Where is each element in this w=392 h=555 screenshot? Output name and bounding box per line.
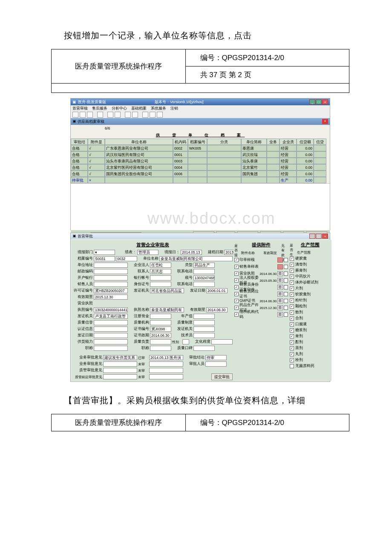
scope-checkbox[interactable] [290, 280, 294, 285]
menu-item[interactable]: 注销 [170, 106, 178, 111]
sex-input[interactable] [182, 339, 189, 344]
tool-button[interactable] [125, 112, 131, 118]
id-input[interactable] [150, 282, 171, 287]
scope-checkbox[interactable] [290, 340, 294, 344]
provided-checkbox[interactable] [234, 306, 239, 310]
close-button[interactable]: × [322, 234, 328, 239]
biz-org[interactable]: 卢龙县工商行政管理局 [94, 314, 128, 319]
scope-checkbox[interactable] [290, 298, 294, 303]
scope-checkbox[interactable] [290, 269, 294, 273]
grid-cell[interactable]: 经营 [280, 158, 297, 164]
grid-cell[interactable]: 经营 [280, 171, 297, 177]
lic-org[interactable]: 河北省食品药品监督管理局 [150, 288, 184, 293]
reviewer-input[interactable] [205, 361, 227, 367]
grid-cell[interactable] [207, 158, 241, 164]
no-expiry-checkbox[interactable] [284, 312, 288, 317]
lic-date[interactable]: 2006.01.01 [206, 288, 228, 293]
scope-checkbox[interactable] [290, 364, 294, 368]
scope-checkbox[interactable] [290, 257, 294, 261]
grid-cell[interactable] [207, 177, 241, 183]
no-expiry-checkbox[interactable] [284, 258, 288, 262]
cert-date[interactable] [94, 333, 128, 338]
grid-cell[interactable]: 北京紫竹医药经营有限公司 [105, 164, 173, 171]
grid-cell[interactable] [267, 171, 280, 177]
sales-input[interactable] [94, 282, 128, 287]
grid-cell[interactable]: 合格 [71, 164, 88, 171]
cert-no[interactable]: 冀J0398 [150, 327, 171, 332]
tool-button[interactable] [107, 112, 113, 118]
grid-cell[interactable]: 泰恩康 [241, 145, 267, 151]
grid-cell[interactable] [267, 145, 280, 151]
no-expiry-checkbox[interactable] [284, 285, 288, 289]
submit-approval-button[interactable]: 提交审批 [211, 373, 233, 380]
grid-cell[interactable] [314, 158, 326, 164]
grid-cell[interactable]: 北京紫竹 [241, 164, 267, 171]
grid-cell[interactable]: 国药集团 [241, 171, 267, 177]
grid-cell[interactable]: 汕头泰康 [241, 158, 267, 164]
grid-cell[interactable]: 合格 [71, 151, 88, 158]
grid-cell[interactable]: 经营 [280, 145, 297, 151]
op1-input[interactable]: 建议发生供需关系 [103, 355, 137, 360]
archive-no[interactable]: S0031 [94, 256, 115, 261]
scope-checkbox[interactable] [290, 286, 294, 291]
contact-input[interactable]: 吕洪志 [150, 269, 171, 274]
dept-select[interactable]: ▾ [94, 250, 115, 255]
provided-checkbox[interactable] [234, 292, 239, 296]
grid-cell[interactable]: 0.00 [297, 164, 314, 171]
view-button[interactable]: 图 [277, 292, 283, 297]
tool-button[interactable] [72, 112, 78, 118]
grid-cell[interactable] [267, 151, 280, 158]
scope-checkbox[interactable] [290, 310, 294, 315]
tool-button[interactable] [150, 112, 156, 118]
scope-checkbox[interactable] [290, 292, 294, 297]
legal-person[interactable]: 任雪松 [150, 263, 171, 268]
minimize-button[interactable]: _ [309, 99, 315, 104]
fill-date[interactable]: 2014.05.13 [181, 250, 202, 255]
minimize-button[interactable]: _ [309, 234, 315, 239]
grid-cell[interactable] [267, 164, 280, 171]
view-button[interactable]: 图 [277, 312, 283, 317]
archive-no2[interactable]: 0032 [116, 256, 137, 261]
grid-cell[interactable] [314, 145, 326, 151]
unit-addr[interactable] [94, 263, 128, 268]
scope-checkbox[interactable] [290, 304, 294, 309]
tool-button[interactable] [115, 112, 121, 118]
provided-checkbox[interactable] [234, 272, 239, 276]
qc-sys[interactable] [193, 320, 215, 325]
lic-exp[interactable]: 2015.12.30 [94, 295, 128, 300]
provided-checkbox[interactable] [234, 312, 239, 317]
grid-cell[interactable]: 广东泰恩康药业有限公司 [105, 145, 173, 151]
attach-action-button[interactable] [277, 257, 283, 263]
scope-checkbox[interactable] [290, 275, 294, 279]
grid-cell[interactable] [314, 164, 326, 171]
grid-cell[interactable]: 合格 [71, 145, 88, 151]
grid-cell[interactable]: √ [88, 158, 105, 164]
close-button[interactable]: × [322, 99, 328, 104]
biz-name[interactable]: 秦皇岛皇威制药有限公司 [150, 307, 184, 312]
grid-cell[interactable]: √ [88, 145, 105, 151]
provided-checkbox[interactable] [234, 299, 239, 303]
menu-item[interactable]: 系统服务 [151, 106, 166, 111]
grid-cell[interactable]: WK005 [188, 145, 207, 151]
view-button[interactable]: 图 [277, 271, 283, 276]
grid-cell[interactable] [314, 177, 326, 183]
biz-exp[interactable]: 2014.06.30 [206, 307, 228, 312]
grid-cell[interactable] [207, 171, 241, 177]
grid-cell[interactable] [207, 145, 241, 151]
tool-button[interactable] [132, 112, 138, 118]
grid-cell[interactable]: 0.00 [297, 177, 314, 183]
grid-cell[interactable]: 0002 [173, 145, 188, 151]
grid-cell[interactable]: 武汉欣瑞医药有限公司 [105, 151, 173, 158]
view-button[interactable]: 图 [277, 278, 283, 283]
scope-checkbox[interactable] [290, 352, 294, 356]
no-expiry-checkbox[interactable] [284, 299, 288, 303]
grid-cell[interactable]: 经营 [280, 151, 297, 158]
grid-cell[interactable] [173, 177, 188, 183]
grid-cell[interactable]: 0004 [173, 164, 188, 171]
provided-checkbox[interactable] [234, 265, 239, 269]
cert-org[interactable] [193, 327, 215, 332]
grid-cell[interactable]: 合格 [71, 171, 88, 177]
grid-cell[interactable] [188, 164, 207, 171]
view-button[interactable]: 图 [277, 285, 283, 290]
grid-cell[interactable]: √ [88, 151, 105, 158]
